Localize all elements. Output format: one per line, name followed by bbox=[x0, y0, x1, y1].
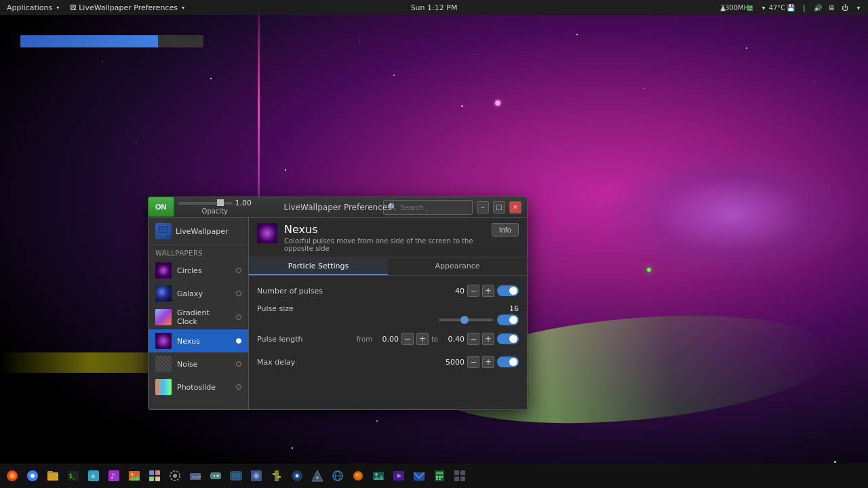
pulse-length-from-value: 0.00 bbox=[375, 335, 399, 344]
info-button[interactable]: Info bbox=[492, 223, 519, 237]
search-input[interactable] bbox=[400, 203, 468, 211]
pulse-length-to-increment[interactable]: + bbox=[482, 333, 494, 345]
cpu-graph-icon[interactable]: ▦ bbox=[745, 2, 755, 13]
opacity-slider-thumb[interactable] bbox=[217, 199, 224, 206]
pulse-size-label: Pulse size bbox=[257, 304, 345, 313]
dev-tools-icon[interactable]: </> bbox=[186, 466, 205, 485]
svg-point-50 bbox=[356, 474, 358, 476]
software-center-icon[interactable]: + bbox=[84, 466, 103, 485]
volume-icon[interactable]: 🔊 bbox=[812, 2, 823, 13]
number-of-pulses-row: Number of pulses 40 − + bbox=[257, 281, 519, 300]
star bbox=[475, 54, 475, 55]
email-icon[interactable] bbox=[410, 466, 429, 485]
svg-rect-21 bbox=[155, 470, 160, 475]
power-icon[interactable]: ⏻ bbox=[840, 2, 850, 13]
calc-icon[interactable] bbox=[430, 466, 449, 485]
more-apps-icon[interactable] bbox=[450, 466, 469, 485]
game1-icon[interactable] bbox=[206, 466, 225, 485]
galaxy-radio bbox=[236, 291, 241, 296]
svg-rect-28 bbox=[210, 472, 221, 479]
search-box[interactable]: 🔍 bbox=[383, 200, 473, 215]
window-menu[interactable]: 🖼 LiveWallpaper Preferences ▾ bbox=[67, 2, 187, 14]
hdd-icon[interactable]: 💾 bbox=[785, 2, 796, 13]
svg-rect-59 bbox=[436, 476, 438, 478]
galaxy-label: Galaxy bbox=[177, 289, 231, 298]
max-delay-toggle[interactable] bbox=[497, 357, 519, 367]
number-of-pulses-increment[interactable]: + bbox=[482, 285, 494, 297]
photo-icon[interactable] bbox=[125, 466, 144, 485]
file-manager-icon[interactable] bbox=[43, 466, 62, 485]
pulse-size-thumb[interactable] bbox=[460, 316, 469, 324]
sidebar: LiveWallpaper Wallpapers Circles Galaxy … bbox=[149, 218, 249, 409]
max-delay-controls: 5000 − + bbox=[441, 356, 519, 368]
pulse-length-controls: from 0.00 − + to 0.40 − + bbox=[357, 333, 519, 345]
sidebar-item-circles[interactable]: Circles bbox=[149, 259, 248, 282]
video-editor-icon[interactable] bbox=[389, 466, 408, 485]
livewallpaper-window: LiveWallpaper Preferences 🔍 – □ ✕ bbox=[148, 197, 528, 410]
sidebar-item-gradient-clock[interactable]: Gradient Clock bbox=[149, 305, 248, 329]
steam-icon[interactable] bbox=[288, 466, 307, 485]
sidebar-item-nexus[interactable]: Nexus bbox=[149, 329, 248, 352]
svg-rect-67 bbox=[460, 476, 465, 481]
chrome-icon[interactable] bbox=[23, 466, 42, 485]
photoslide-radio bbox=[236, 384, 241, 390]
tab-appearance[interactable]: Appearance bbox=[388, 258, 527, 275]
tab-particle-settings[interactable]: Particle Settings bbox=[249, 258, 388, 275]
max-delay-row: Max delay 5000 − + bbox=[257, 352, 519, 371]
minimize-button[interactable]: – bbox=[477, 201, 489, 214]
pulse-size-slider-row bbox=[257, 314, 519, 325]
network-icon[interactable] bbox=[328, 466, 347, 485]
svg-rect-60 bbox=[439, 476, 441, 478]
sidebar-item-galaxy[interactable]: Galaxy bbox=[149, 282, 248, 305]
settings-icon[interactable] bbox=[165, 466, 184, 485]
pulse-length-from-decrement[interactable]: − bbox=[401, 333, 414, 345]
number-of-pulses-toggle[interactable] bbox=[497, 285, 519, 296]
pulse-length-toggle[interactable] bbox=[497, 333, 519, 344]
photoslide-icon bbox=[155, 379, 172, 395]
install-icon[interactable] bbox=[247, 466, 266, 485]
nebula-right bbox=[597, 146, 868, 282]
close-button[interactable]: ✕ bbox=[509, 201, 521, 214]
sidebar-livewallpaper-label: LiveWallpaper bbox=[176, 227, 228, 236]
pulse-length-to-decrement[interactable]: − bbox=[467, 333, 479, 345]
tray-dropdown-icon[interactable]: ▾ bbox=[853, 2, 864, 13]
firefox-icon[interactable] bbox=[3, 466, 22, 485]
on-button[interactable]: ON bbox=[148, 197, 174, 217]
pulse-length-to-label: to bbox=[431, 336, 438, 343]
window-title: LiveWallpaper Preferences bbox=[284, 203, 392, 212]
game2-icon[interactable] bbox=[308, 466, 327, 485]
max-delay-decrement[interactable]: − bbox=[467, 356, 479, 368]
svg-point-18 bbox=[131, 473, 134, 476]
music-icon[interactable]: ♪ bbox=[104, 466, 123, 485]
pulse-length-from-increment[interactable]: + bbox=[416, 333, 429, 345]
pulse-size-slider[interactable] bbox=[439, 319, 493, 321]
sidebar-item-photoslide[interactable]: Photoslide bbox=[149, 375, 248, 399]
maximize-button[interactable]: □ bbox=[493, 201, 505, 214]
svg-rect-63 bbox=[439, 479, 441, 480]
wallpapers-section-label: Wallpapers bbox=[149, 245, 248, 259]
image-viewer-icon[interactable] bbox=[369, 466, 388, 485]
sidebar-livewallpaper-header[interactable]: LiveWallpaper bbox=[149, 218, 248, 245]
terminal-icon[interactable]: $_ bbox=[64, 466, 83, 485]
svg-rect-22 bbox=[149, 476, 154, 481]
circles-radio bbox=[236, 268, 241, 273]
applications-menu[interactable]: Applications ▾ bbox=[4, 2, 62, 14]
usb-icon[interactable] bbox=[267, 466, 286, 485]
apps-grid-icon[interactable] bbox=[145, 466, 164, 485]
paint-icon[interactable] bbox=[349, 466, 368, 485]
opacity-slider-track[interactable] bbox=[178, 202, 233, 205]
number-of-pulses-decrement[interactable]: − bbox=[467, 285, 479, 297]
svg-rect-66 bbox=[454, 476, 459, 481]
vm-icon[interactable] bbox=[226, 466, 245, 485]
opacity-label: Opacity bbox=[202, 207, 228, 215]
pulse-size-controls: 16 bbox=[495, 304, 519, 313]
screen-icon[interactable]: 🖥 bbox=[826, 2, 837, 13]
star bbox=[210, 78, 212, 79]
max-delay-increment[interactable]: + bbox=[482, 356, 494, 368]
dropdown-tray[interactable]: ▾ bbox=[758, 2, 769, 13]
separator1: | bbox=[799, 2, 810, 13]
svg-point-31 bbox=[217, 475, 219, 477]
sidebar-item-noise[interactable]: Noise bbox=[149, 352, 248, 375]
pulse-size-toggle[interactable] bbox=[497, 314, 519, 325]
temp-tray: 47°C bbox=[772, 2, 783, 13]
